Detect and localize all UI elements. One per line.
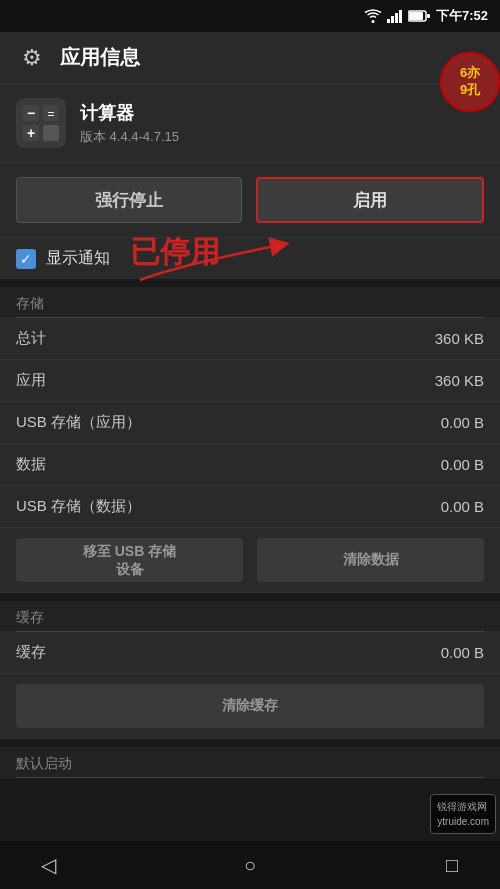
storage-data-label: 数据 [16,455,46,474]
storage-data-row: 数据 0.00 B [0,444,500,486]
bottom-nav-bar: ◁ ○ □ [0,841,500,889]
force-stop-button[interactable]: 强行停止 [16,177,242,223]
storage-usb-app-value: 0.00 B [441,414,484,431]
storage-app-value: 360 KB [435,372,484,389]
default-launch-section: 默认启动 [0,747,500,778]
enable-button[interactable]: 启用 [256,177,484,223]
watermark-line2: ytruide.com [437,814,489,829]
cache-action-buttons: 清除缓存 [0,674,500,739]
app-name: 计算器 [80,101,179,125]
cache-value: 0.00 B [441,644,484,661]
title-bar: ⚙ 应用信息 [0,32,500,84]
storage-app-row: 应用 360 KB [0,360,500,402]
status-time: 下午7:52 [436,7,488,25]
status-icons [364,9,430,23]
move-to-usb-button[interactable]: 移至 USB 存储 设备 [16,538,243,582]
svg-rect-1 [387,19,390,23]
gear-icon: ⚙ [16,42,48,74]
storage-section: 存储 总计 360 KB 应用 360 KB USB 存储（应用） 0.00 B… [0,287,500,593]
default-launch-header: 默认启动 [0,747,500,777]
watermark-badge: 6亦 9孔 [440,52,500,112]
storage-usb-data-label: USB 存储（数据） [16,497,141,516]
svg-rect-2 [391,16,394,23]
svg-rect-3 [395,13,398,23]
page-title: 应用信息 [60,44,140,71]
storage-total-row: 总计 360 KB [0,318,500,360]
app-version: 版本 4.4.4-4.7.15 [80,128,179,146]
storage-usb-data-row: USB 存储（数据） 0.00 B [0,486,500,528]
cache-row: 缓存 0.00 B [0,632,500,674]
wifi-icon [364,9,382,23]
svg-text:+: + [27,125,35,141]
clear-cache-button[interactable]: 清除缓存 [16,684,484,728]
storage-usb-data-value: 0.00 B [441,498,484,515]
status-bar: 下午7:52 [0,0,500,32]
checkbox-row[interactable]: ✓ 显示通知 [0,237,500,279]
storage-total-label: 总计 [16,329,46,348]
svg-rect-14 [43,125,59,141]
svg-text:−: − [27,105,35,121]
back-button[interactable]: ◁ [30,847,66,883]
watermark-line1: 锐得游戏网 [437,799,489,814]
buttons-row: 强行停止 启用 [0,163,500,237]
svg-text:=: = [47,107,54,121]
home-button[interactable]: ○ [232,847,268,883]
show-notification-checkbox[interactable]: ✓ [16,249,36,269]
storage-data-value: 0.00 B [441,456,484,473]
storage-section-header: 存储 [0,287,500,317]
site-watermark: 锐得游戏网 ytruide.com [430,794,496,834]
cache-section-header: 缓存 [0,601,500,631]
svg-point-0 [371,20,374,23]
recents-button[interactable]: □ [434,847,470,883]
cache-section: 缓存 缓存 0.00 B 清除缓存 [0,601,500,739]
svg-rect-4 [399,10,402,23]
svg-rect-7 [427,14,430,18]
app-details: 计算器 版本 4.4.4-4.7.15 [80,101,179,146]
storage-total-value: 360 KB [435,330,484,347]
clear-data-button[interactable]: 清除数据 [257,538,484,582]
storage-usb-app-label: USB 存储（应用） [16,413,141,432]
default-divider [16,777,484,778]
svg-rect-6 [409,12,423,20]
app-info-section: − = + 计算器 版本 4.4.4-4.7.15 [0,84,500,163]
signal-icon [387,9,403,23]
show-notification-label: 显示通知 [46,248,110,269]
cache-label: 缓存 [16,643,46,662]
storage-usb-app-row: USB 存储（应用） 0.00 B [0,402,500,444]
storage-action-buttons: 移至 USB 存储 设备 清除数据 [0,528,500,593]
app-icon: − = + [16,98,66,148]
storage-app-label: 应用 [16,371,46,390]
battery-icon [408,10,430,22]
